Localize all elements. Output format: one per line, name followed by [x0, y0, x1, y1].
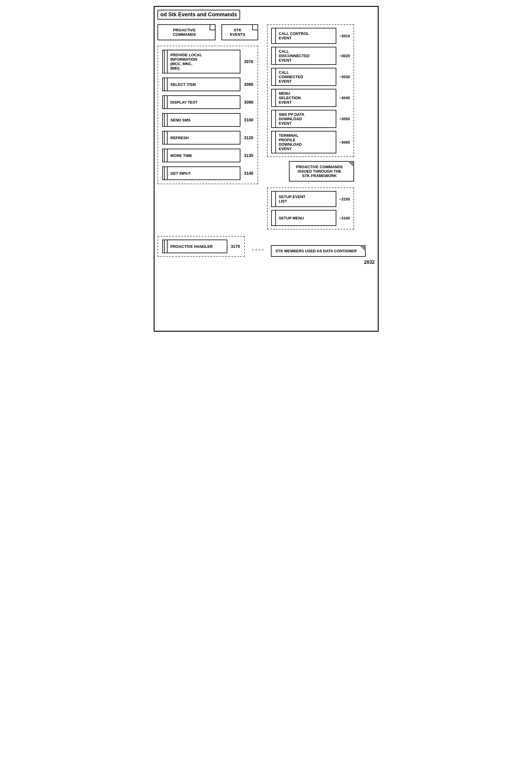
item-3120-content: REFRESH — [168, 131, 192, 144]
item-3170-box: PROACTIVE HANDLER — [162, 240, 227, 253]
left-column: PROACTIVE COMMANDS STK EVENTS — [157, 24, 258, 229]
item-3060-id: −3060 — [339, 140, 350, 145]
item-3140-accent-inner — [163, 167, 165, 179]
item-3150-id: −3150 — [339, 197, 350, 201]
item-3100-box: SEND SMS — [162, 113, 241, 127]
item-3140-id: 3140 — [244, 171, 253, 176]
item-3160-box: SETUP MENU — [271, 210, 336, 226]
bottom-right-label: STK MEMBERS USED AS DATA CONTAINER — [276, 249, 361, 253]
item-3020-id: −3020 — [339, 54, 350, 58]
diagram-title: od Stk Events and Commands — [157, 10, 240, 20]
left-dashed-group: PROVIDE LOCALINFORMATION(MCC, MNC,IMEI) … — [157, 46, 258, 184]
note-box: PROACTIVE COMMANDS ISSUED THROUGH THE ST… — [289, 161, 354, 182]
outer-container: od Stk Events and Commands PROACTIVE COM… — [154, 6, 379, 332]
top-section: PROACTIVE COMMANDS STK EVENTS — [157, 24, 375, 229]
item-3140-accent — [163, 167, 168, 179]
item-3070-wrapper: PROVIDE LOCALINFORMATION(MCC, MNC,IMEI) … — [162, 50, 253, 73]
item-3030-accent — [272, 68, 276, 85]
item-3160-accent — [272, 211, 276, 225]
item-3090-accent-inner — [163, 96, 165, 108]
item-3170-accent-inner — [163, 240, 165, 253]
item-3100-accent-inner — [163, 114, 165, 126]
item-3070-id: 3070 — [244, 59, 253, 64]
item-3070-accent — [163, 50, 168, 73]
item-3130-content: MORE TIME — [168, 149, 195, 162]
item-3140-box: GET INPUT — [162, 166, 241, 180]
corner-fold-br — [359, 245, 365, 251]
bottom-right-note: STK MEMBERS USED AS DATA CONTAINER — [271, 245, 366, 257]
item-3020-content: CALLDISCONNECTEDEVENT — [276, 47, 313, 64]
item-3150-accent — [272, 192, 276, 206]
corner-fold-note — [348, 161, 354, 167]
item-3130-wrapper: MORE TIME 3130 — [162, 149, 253, 162]
item-3120-accent — [163, 131, 168, 144]
item-3020-box: CALLDISCONNECTEDEVENT — [271, 47, 336, 65]
item-3050-row: SMS PP DATADOWNLOADEVENT −3050 — [271, 110, 350, 128]
item-3040-box: MENUSELECTIONEVENT — [271, 89, 336, 107]
item-3050-id: −3050 — [339, 117, 350, 121]
fig-number-area: 2032 — [157, 260, 375, 265]
item-3130-id: 3130 — [244, 153, 253, 158]
corner-fold-1 — [210, 25, 215, 30]
bottom-right-items: SETUP EVENTLIST −3150 SETUP MENU −3160 — [267, 187, 354, 229]
item-3100-accent — [163, 114, 168, 126]
item-3170-accent — [163, 240, 168, 253]
item-3030-content: CALLCONNECTEDEVENT — [276, 68, 306, 85]
item-3130-box: MORE TIME — [162, 149, 241, 162]
middle-area: PROACTIVE COMMANDS ISSUED THROUGH THE ST… — [267, 161, 354, 184]
item-3050-box: SMS PP DATADOWNLOADEVENT — [271, 110, 336, 128]
item-3040-id: −3040 — [339, 96, 350, 100]
item-3090-content: DISPLAY TEXT — [168, 96, 201, 108]
top-boxes: PROACTIVE COMMANDS STK EVENTS — [157, 24, 258, 40]
item-3100-wrapper: SEND SMS 3100 — [162, 113, 253, 127]
item-3080-box: SELECT ITEM — [162, 78, 241, 91]
diagram-wrapper: PROACTIVE COMMANDS STK EVENTS — [157, 24, 375, 265]
item-3170-content: PROACTIVE HANDLER — [168, 240, 216, 253]
item-3100-id: 3100 — [244, 118, 253, 122]
item-3150-box: SETUP EVENTLIST — [271, 191, 336, 207]
item-3130-accent-inner — [163, 149, 165, 162]
item-3030-id: −3030 — [339, 75, 350, 79]
item-3060-box: TERMINALPROFILEDOWNLOADEVENT — [271, 131, 336, 153]
item-3060-row: TERMINALPROFILEDOWNLOADEVENT −3060 — [271, 131, 350, 153]
item-3090-wrapper: DISPLAY TEXT 3090 — [162, 95, 253, 109]
right-section: CALL CONTROLEVENT −3010 CALLDISCONNECTED… — [267, 24, 354, 229]
item-3090-id: 3090 — [244, 100, 253, 105]
item-3130-accent — [163, 149, 168, 162]
proactive-commands-box: PROACTIVE COMMANDS — [157, 24, 216, 40]
item-3080-accent — [163, 78, 168, 91]
proactive-commands-label: PROACTIVE COMMANDS — [162, 28, 211, 37]
item-3090-accent — [163, 96, 168, 108]
item-3080-accent-inner — [163, 78, 165, 91]
item-3020-accent — [272, 47, 276, 64]
note-box-label: PROACTIVE COMMANDS ISSUED THROUGH THE ST… — [294, 165, 349, 178]
item-3120-wrapper: REFRESH 3120 — [162, 131, 253, 145]
item-3160-content: SETUP MENU — [276, 211, 307, 225]
corner-fold-2 — [252, 25, 258, 30]
item-3010-content: CALL CONTROLEVENT — [276, 28, 312, 43]
bottom-left-dashed: PROACTIVE HANDLER 3170 — [157, 236, 245, 257]
item-3030-row: CALLCONNECTEDEVENT −3030 — [271, 68, 350, 86]
bottom-row: PROACTIVE HANDLER 3170 STK MEMBERS USED … — [157, 236, 375, 257]
item-3010-id: −3010 — [339, 34, 350, 38]
item-3120-box: REFRESH — [162, 131, 241, 145]
item-3070-content: PROVIDE LOCALINFORMATION(MCC, MNC,IMEI) — [168, 50, 205, 73]
item-3140-content: GET INPUT — [168, 167, 194, 179]
item-3080-content: SELECT ITEM — [168, 78, 199, 91]
item-3070-box: PROVIDE LOCALINFORMATION(MCC, MNC,IMEI) — [162, 50, 241, 73]
bottom-connector-line — [252, 250, 264, 250]
item-3170-id: 3170 — [231, 244, 240, 249]
item-3160-row: SETUP MENU −3160 — [271, 210, 350, 226]
right-dashed-border: CALL CONTROLEVENT −3010 CALLDISCONNECTED… — [267, 24, 354, 157]
item-3030-box: CALLCONNECTEDEVENT — [271, 68, 336, 86]
stk-events-box: STK EVENTS — [221, 24, 258, 40]
item-3040-accent — [272, 89, 276, 106]
item-3040-row: MENUSELECTIONEVENT −3040 — [271, 89, 350, 107]
item-3020-row: CALLDISCONNECTEDEVENT −3020 — [271, 47, 350, 65]
fig-number: 2032 — [364, 260, 375, 265]
item-3090-box: DISPLAY TEXT — [162, 95, 241, 109]
item-3160-id: −3160 — [339, 216, 350, 220]
stk-events-label: STK EVENTS — [226, 28, 253, 37]
item-3120-accent-inner — [163, 131, 165, 144]
item-3080-id: 3080 — [244, 82, 253, 87]
